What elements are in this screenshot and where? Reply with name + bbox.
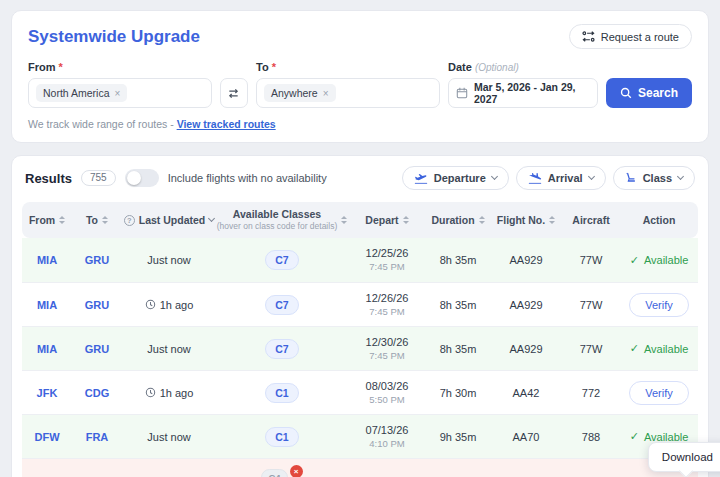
flight-no-cell: AA42 (490, 387, 562, 399)
depart-date: 12/25/26 (366, 246, 409, 260)
header-aircraft: Aircraft (562, 214, 620, 226)
to-input[interactable]: Anywhere × (256, 78, 440, 108)
flight-no-cell: AA929 (490, 343, 562, 355)
table-row[interactable]: JFK CDG 1h ago C1 08/03/26 5:50 PM 7h 30… (22, 370, 698, 414)
sort-icon (59, 216, 65, 224)
to-code[interactable]: FRA (72, 431, 122, 443)
calendar-icon (456, 87, 468, 99)
table-row[interactable]: CLT FRA Just now C4×C0 06/23/26 4:45 PM … (22, 458, 698, 477)
from-code[interactable]: MIA (22, 254, 72, 266)
depart-date: 07/13/26 (366, 423, 409, 437)
header-depart[interactable]: Depart (348, 214, 426, 226)
download-tooltip[interactable]: Download (648, 442, 720, 472)
depart-date: 12/30/26 (366, 335, 409, 349)
search-panel: Systemwide Upgrade Request a route From … (11, 10, 709, 143)
from-code[interactable]: JFK (22, 387, 72, 399)
check-icon: ✓ (630, 342, 639, 355)
available-classes-cell: C7 (216, 295, 348, 315)
aircraft-cell: 77W (562, 343, 620, 355)
to-code[interactable]: CDG (72, 387, 122, 399)
class-badge[interactable]: C7 (265, 295, 298, 315)
departure-filter[interactable]: Departure (402, 166, 509, 190)
class-filter[interactable]: Class (613, 166, 695, 190)
plane-landing-icon (528, 173, 542, 184)
swap-icon (227, 87, 240, 100)
arrival-filter[interactable]: Arrival (516, 166, 606, 190)
from-code[interactable]: DFW (22, 431, 72, 443)
availability-toggle[interactable] (125, 169, 159, 187)
from-code[interactable]: MIA (22, 343, 72, 355)
from-label: From * (28, 61, 212, 73)
remove-tag-icon[interactable]: × (323, 88, 329, 99)
available-classes-cell: C7 (216, 339, 348, 359)
sort-icon (341, 216, 347, 224)
header-available-classes[interactable]: Available Classes(hover on class code fo… (216, 208, 348, 232)
class-badge-struck[interactable]: C4× (261, 469, 302, 477)
search-button[interactable]: Search (606, 78, 692, 108)
table-body: MIA GRU Just now C7 12/25/26 7:45 PM 8h … (22, 238, 698, 477)
tracked-routes-note: We track wide range of routes - View tra… (28, 118, 692, 130)
clock-icon (145, 387, 156, 398)
duration-cell: 8h 35m (426, 343, 490, 355)
class-badge[interactable]: C7 (265, 339, 298, 359)
table-row[interactable]: MIA GRU 1h ago C7 12/26/26 7:45 PM 8h 35… (22, 282, 698, 326)
flight-no-cell: AA70 (490, 431, 562, 443)
depart-time: 5:50 PM (369, 394, 404, 406)
check-icon: ✓ (630, 254, 639, 267)
table-row[interactable]: MIA GRU Just now C7 12/30/26 7:45 PM 8h … (22, 326, 698, 370)
last-updated-cell: Just now (122, 254, 216, 266)
availability-toggle-label: Include flights with no availability (168, 172, 327, 184)
chevron-down-icon (491, 173, 498, 180)
available-status: ✓Available (630, 254, 689, 267)
search-icon (620, 87, 632, 99)
depart-cell: 12/26/26 7:45 PM (348, 291, 426, 319)
header-flight-no[interactable]: Flight No. (490, 214, 562, 226)
sort-icon (102, 216, 108, 224)
sort-icon (403, 216, 409, 224)
date-input[interactable]: Mar 5, 2026 - Jan 29, 2027 (448, 78, 598, 108)
remove-tag-icon[interactable]: × (115, 88, 121, 99)
to-code[interactable]: GRU (72, 343, 122, 355)
class-badge[interactable]: C7 (265, 250, 298, 270)
from-code[interactable]: MIA (22, 299, 72, 311)
available-classes-cell: C1 (216, 427, 348, 447)
flight-no-cell: AA929 (490, 254, 562, 266)
available-classes-cell: C7 (216, 250, 348, 270)
table-row[interactable]: MIA GRU Just now C7 12/25/26 7:45 PM 8h … (22, 238, 698, 282)
from-tag: North America × (36, 84, 127, 102)
action-cell: Verify (620, 293, 698, 317)
depart-cell: 07/13/26 4:10 PM (348, 423, 426, 451)
verify-button[interactable]: Verify (629, 293, 689, 317)
header-last-updated[interactable]: ?Last Updated (122, 214, 216, 226)
request-route-button[interactable]: Request a route (569, 24, 692, 49)
from-input[interactable]: North America × (28, 78, 212, 108)
header-from[interactable]: From (22, 214, 72, 226)
to-code[interactable]: GRU (72, 254, 122, 266)
chevron-down-icon (677, 173, 684, 180)
to-tag: Anywhere × (264, 84, 336, 102)
results-table: From To ?Last Updated Available Classes(… (12, 200, 708, 477)
swap-button[interactable] (220, 78, 248, 108)
page-title: Systemwide Upgrade (28, 27, 200, 47)
class-badge[interactable]: C1 (265, 427, 298, 447)
check-icon: ✓ (630, 430, 639, 443)
chevron-down-icon (588, 173, 595, 180)
to-code[interactable]: GRU (72, 299, 122, 311)
plane-takeoff-icon (414, 173, 428, 184)
results-count-badge: 755 (81, 170, 116, 186)
depart-time: 7:45 PM (369, 261, 404, 273)
header-to[interactable]: To (72, 214, 122, 226)
action-cell: ✓Available (620, 254, 698, 267)
seat-icon (625, 172, 637, 184)
verify-button[interactable]: Verify (629, 381, 689, 405)
view-tracked-routes-link[interactable]: View tracked routes (177, 118, 276, 130)
available-status: ✓Available (630, 342, 689, 355)
depart-time: 7:45 PM (369, 350, 404, 362)
class-badge[interactable]: C1 (265, 383, 298, 403)
to-label: To * (256, 61, 440, 73)
header-duration[interactable]: Duration (426, 214, 490, 226)
clock-icon (145, 299, 156, 310)
action-cell: ✓Available (620, 342, 698, 355)
table-row[interactable]: DFW FRA Just now C1 07/13/26 4:10 PM 9h … (22, 414, 698, 458)
duration-cell: 8h 35m (426, 299, 490, 311)
